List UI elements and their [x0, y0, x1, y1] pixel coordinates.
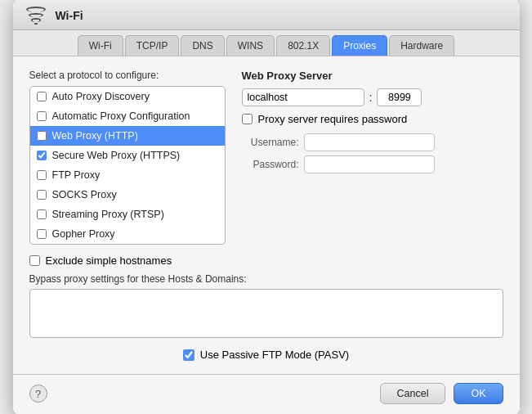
proxy-password-row: Proxy server requires password — [242, 113, 503, 125]
protocol-label-socks-proxy: SOCKS Proxy — [52, 189, 117, 200]
protocol-item-web-proxy[interactable]: Web Proxy (HTTP) — [30, 126, 225, 146]
tab-8021x[interactable]: 802.1X — [276, 35, 330, 56]
main-row: Select a protocol to configure: Auto Pro… — [29, 70, 503, 245]
proxy-server-title: Web Proxy Server — [242, 70, 503, 82]
checkbox-auto-discovery[interactable] — [37, 92, 47, 101]
tab-hardware[interactable]: Hardware — [389, 35, 454, 56]
password-field-label: Password: — [242, 159, 299, 170]
wifi-icon — [25, 7, 47, 25]
username-label: Username: — [242, 137, 299, 148]
checkbox-socks-proxy[interactable] — [37, 190, 47, 200]
checkbox-web-proxy[interactable] — [37, 131, 47, 141]
password-row: Password: — [242, 155, 503, 173]
checkbox-exclude-hostnames[interactable] — [29, 255, 40, 266]
protocol-label-web-proxy: Web Proxy (HTTP) — [52, 130, 138, 142]
protocol-label-ftp-proxy: FTP Proxy — [52, 169, 101, 181]
proxy-password-label: Proxy server requires password — [258, 113, 408, 125]
protocol-label-secure-web-proxy: Secure Web Proxy (HTTPS) — [52, 150, 181, 161]
proxy-host-input[interactable] — [242, 88, 364, 106]
tab-tcpip[interactable]: TCP/IP — [125, 35, 180, 56]
password-input[interactable] — [304, 155, 435, 173]
checkbox-streaming-proxy[interactable] — [37, 209, 47, 219]
passive-label: Use Passive FTP Mode (PASV) — [200, 349, 349, 361]
proxy-creds: Username: Password: — [242, 133, 503, 173]
footer: ? Cancel OK — [13, 375, 520, 414]
ok-button[interactable]: OK — [454, 383, 503, 404]
checkbox-ftp-proxy[interactable] — [37, 170, 47, 180]
titlebar: Wi-Fi — [13, 0, 520, 30]
passive-row: Use Passive FTP Mode (PASV) — [29, 349, 503, 361]
protocol-item-secure-web-proxy[interactable]: Secure Web Proxy (HTTPS) — [30, 146, 225, 165]
checkbox-auto-config[interactable] — [37, 111, 47, 121]
protocol-section-label: Select a protocol to configure: — [29, 70, 226, 81]
help-button[interactable]: ? — [29, 385, 47, 403]
checkbox-secure-web-proxy[interactable] — [37, 151, 47, 160]
proxy-host-row: : — [242, 88, 503, 106]
left-panel: Select a protocol to configure: Auto Pro… — [29, 70, 226, 245]
main-window: Wi-Fi Wi-Fi TCP/IP DNS WINS 802.1X Proxi… — [13, 0, 520, 414]
tab-wifi[interactable]: Wi-Fi — [78, 35, 123, 56]
protocol-item-streaming-proxy[interactable]: Streaming Proxy (RTSP) — [30, 205, 225, 224]
tab-dns[interactable]: DNS — [181, 35, 224, 56]
username-row: Username: — [242, 133, 503, 151]
exclude-row: Exclude simple hostnames — [29, 254, 503, 267]
username-input[interactable] — [304, 133, 435, 151]
tab-proxies[interactable]: Proxies — [332, 35, 387, 56]
protocol-item-socks-proxy[interactable]: SOCKS Proxy — [30, 185, 225, 205]
bottom-section: Exclude simple hostnames Bypass proxy se… — [29, 254, 503, 361]
colon-divider: : — [369, 91, 373, 104]
protocol-item-auto-discovery[interactable]: Auto Proxy Discovery — [30, 87, 225, 106]
tab-wins[interactable]: WINS — [226, 35, 275, 56]
protocol-item-auto-config[interactable]: Automatic Proxy Configuration — [30, 106, 225, 126]
protocol-label-auto-discovery: Auto Proxy Discovery — [52, 91, 150, 102]
checkbox-requires-password[interactable] — [242, 114, 253, 124]
checkbox-gopher-proxy[interactable] — [37, 229, 47, 239]
checkbox-passive-ftp[interactable] — [183, 349, 194, 361]
bypass-label: Bypass proxy settings for these Hosts & … — [29, 273, 503, 285]
tabs-bar: Wi-Fi TCP/IP DNS WINS 802.1X Proxies Har… — [13, 30, 520, 56]
protocol-item-gopher-proxy[interactable]: Gopher Proxy — [30, 224, 225, 244]
protocol-item-ftp-proxy[interactable]: FTP Proxy — [30, 165, 225, 185]
right-panel: Web Proxy Server : Proxy server requires… — [242, 70, 503, 245]
protocol-label-streaming-proxy: Streaming Proxy (RTSP) — [52, 209, 164, 220]
bypass-textarea[interactable] — [29, 289, 503, 338]
protocol-label-auto-config: Automatic Proxy Configuration — [52, 110, 190, 122]
protocol-label-gopher-proxy: Gopher Proxy — [52, 228, 115, 240]
proxy-port-input[interactable] — [377, 88, 422, 106]
protocol-list: Auto Proxy Discovery Automatic Proxy Con… — [29, 86, 226, 245]
exclude-label: Exclude simple hostnames — [46, 254, 172, 267]
content-area: Select a protocol to configure: Auto Pro… — [13, 56, 520, 374]
window-title: Wi-Fi — [56, 9, 83, 22]
footer-buttons: Cancel OK — [380, 383, 503, 404]
cancel-button[interactable]: Cancel — [380, 383, 446, 404]
